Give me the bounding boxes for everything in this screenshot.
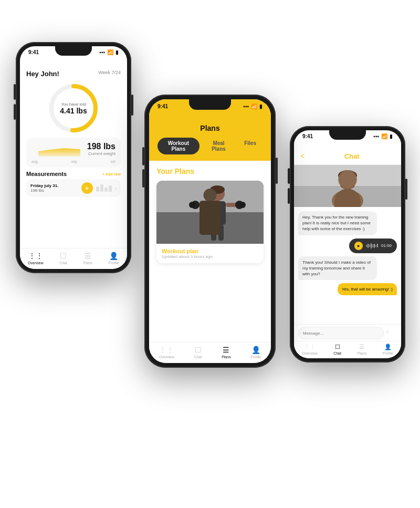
- vol-down-btn-left: [14, 104, 16, 120]
- chat-icon-r: ☐: [335, 344, 340, 350]
- add-measurement-btn[interactable]: +: [81, 182, 93, 194]
- nav-plans-right[interactable]: ☰ Plans: [358, 344, 367, 355]
- chat-label-r: Chat: [333, 351, 341, 355]
- bottom-nav-center: ⋮⋮ Overview ☐ Chat ☰ Plans 👤 Profile: [149, 342, 271, 363]
- send-button[interactable]: ›: [386, 328, 397, 338]
- screen-left: 9:41 ▪▪▪ 📶 ▮ Hey John! Week 7/24: [20, 46, 127, 269]
- bottom-nav-right: ⋮⋮ Overview ☐ Chat ☰ Plans 👤 Profile: [294, 341, 401, 358]
- play-button[interactable]: ▶: [354, 242, 363, 250]
- screen-center: 9:41 ▪▪▪ 📶 ▮ Plans Workout Plans Meal Pl…: [149, 99, 271, 363]
- ring-text: You have lost 4.41 lbs: [60, 102, 87, 115]
- tab-files[interactable]: Files: [238, 138, 262, 154]
- svg-point-22: [343, 177, 345, 179]
- svg-rect-18: [294, 165, 401, 186]
- weight-info: 198 lbs Current weight: [87, 142, 116, 156]
- status-icons-left: ▪▪▪ 📶 ▮: [99, 49, 119, 55]
- audio-duration: 01:00: [381, 243, 392, 248]
- your-plans-title: Your Plans: [156, 167, 264, 175]
- nav-plans-left[interactable]: ☰ Plans: [83, 252, 93, 265]
- svg-point-21: [340, 181, 355, 189]
- profile-label-r: Profile: [383, 351, 393, 355]
- tab-workout-plans[interactable]: Workout Plans: [158, 138, 200, 154]
- tab-meal-plans[interactable]: Meal Plans: [202, 138, 236, 154]
- trainer-photo: [294, 165, 401, 207]
- chat-message-1: Hey, Thank you for the new training plan…: [298, 211, 377, 235]
- month-sep: sep: [71, 160, 77, 163]
- plans-icon-r: ☰: [359, 344, 364, 350]
- chat-icon: ☐: [60, 252, 67, 260]
- vol-down-btn-right: [288, 188, 290, 204]
- nav-overview-right[interactable]: ⋮⋮ Overview: [302, 344, 317, 355]
- time-center: 9:41: [158, 103, 168, 109]
- ring-container: You have lost 4.41 lbs: [26, 82, 121, 134]
- time-left: 9:41: [28, 49, 39, 55]
- plans-icon: ☰: [85, 252, 91, 260]
- nav-plans-center[interactable]: ☰ Plans: [222, 346, 231, 359]
- nav-overview-center[interactable]: ⋮⋮ Overview: [159, 346, 174, 359]
- ring-label: You have lost: [60, 102, 87, 107]
- audio-message[interactable]: ▶ 01:00: [349, 239, 397, 253]
- svg-rect-4: [156, 181, 264, 212]
- svg-point-20: [338, 170, 357, 181]
- bar-3: [104, 188, 108, 192]
- plans-label-r: Plans: [358, 351, 367, 355]
- profile-label-c: Profile: [250, 355, 261, 359]
- plan-card-image: [156, 181, 264, 244]
- battery-icon: ▮: [116, 49, 119, 55]
- plan-card[interactable]: Workout plan Updated about 3 hours ago: [156, 181, 264, 263]
- battery-icon-r: ▮: [390, 133, 393, 139]
- greeting: Hey John!: [26, 70, 59, 78]
- signal-icon: ▪▪▪: [99, 49, 105, 55]
- nav-profile-center[interactable]: 👤 Profile: [250, 346, 261, 359]
- thumb-bars: [96, 184, 112, 192]
- wifi-icon-c: 📶: [251, 103, 257, 109]
- plans-icon-c: ☰: [223, 346, 229, 354]
- waveform: [366, 243, 378, 248]
- chat-message-2: Thank you! Should I make a video of my t…: [298, 256, 377, 281]
- notch-right: [329, 130, 366, 140]
- plan-card-updated: Updated about 3 hours ago: [162, 254, 258, 259]
- status-icons-right: ▪▪▪ 📶 ▮: [373, 133, 393, 139]
- measurements-title: Measurements: [26, 171, 67, 177]
- chat-icon-c: ☐: [195, 346, 202, 354]
- phone-center: 9:41 ▪▪▪ 📶 ▮ Plans Workout Plans Meal Pl…: [144, 95, 276, 368]
- measurement-row[interactable]: Friday july 31. 198 lbs + ›: [26, 179, 121, 197]
- chat-header: < Chat: [294, 139, 401, 165]
- weight-label: Current weight: [87, 151, 116, 156]
- nav-chat-right[interactable]: ☐ Chat: [333, 344, 341, 355]
- wifi-icon-r: 📶: [381, 133, 387, 139]
- vol-up-btn-left: [14, 84, 16, 100]
- trainer-svg: [294, 165, 401, 207]
- vol-up-btn-center: [142, 147, 144, 165]
- profile-label: Profile: [109, 261, 119, 265]
- overview-icon-c: ⋮⋮: [159, 346, 174, 354]
- profile-icon-r: 👤: [384, 344, 392, 350]
- bar-4: [109, 185, 112, 192]
- nav-chat-left[interactable]: ☐ Chat: [59, 252, 67, 265]
- nav-chat-center[interactable]: ☐ Chat: [194, 346, 202, 359]
- svg-point-14: [239, 202, 246, 208]
- overview-content: Hey John! Week 7/24 You have lost 4.41 l…: [20, 55, 127, 197]
- status-icons-center: ▪▪▪ 📶 ▮: [243, 103, 262, 109]
- nav-profile-left[interactable]: 👤 Profile: [109, 252, 119, 265]
- vol-up-btn-right: [288, 168, 290, 184]
- weight-chart-svg: [32, 142, 87, 158]
- phone-right: 9:41 ▪▪▪ 📶 ▮ < Chat: [290, 126, 405, 362]
- scene: 9:41 ▪▪▪ 📶 ▮ Hey John! Week 7/24: [0, 0, 420, 508]
- chat-input[interactable]: [298, 327, 384, 339]
- vol-down-btn-center: [142, 169, 144, 188]
- nav-profile-right[interactable]: 👤 Profile: [383, 344, 393, 355]
- back-button[interactable]: <: [300, 152, 304, 160]
- chat-input-area: ›: [294, 324, 401, 341]
- plan-card-name: Workout plan: [162, 248, 258, 254]
- battery-icon-c: ▮: [259, 103, 262, 109]
- measurements-header: Measurements + Add new: [26, 171, 121, 177]
- chevron-icon: ›: [115, 185, 117, 191]
- overview-label: Overview: [28, 261, 43, 265]
- chat-label: Chat: [59, 261, 67, 265]
- notch-center: [189, 99, 231, 110]
- wifi-icon: 📶: [107, 49, 113, 55]
- power-btn-left: [131, 95, 133, 116]
- add-new-btn[interactable]: + Add new: [102, 172, 121, 176]
- nav-overview-left[interactable]: ⋮⋮ Overview: [28, 252, 43, 265]
